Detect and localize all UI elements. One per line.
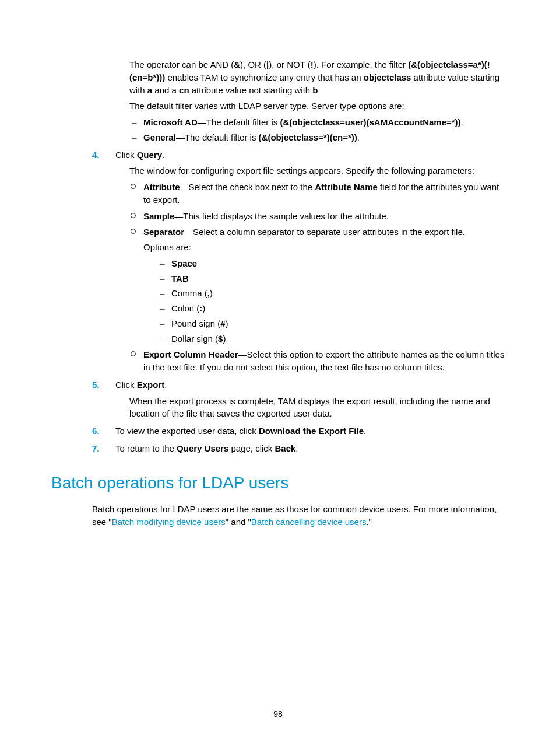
bold-ms-filter: (&(objectclass=user)(sAMAccountName=*)) <box>280 117 461 127</box>
param-separator: Separator—Select a column separator to s… <box>129 226 505 345</box>
text: ) <box>226 318 228 328</box>
bold-attribute: Attribute <box>143 182 180 192</box>
separator-dollar: Dollar sign ($) <box>157 332 505 345</box>
step-number: 4. <box>92 149 100 162</box>
separator-comma: Comma (,) <box>157 287 505 300</box>
options-label: Options are: <box>143 241 505 254</box>
filter-description: The operator can be AND (&), OR (|), or … <box>129 58 505 144</box>
text: ) <box>202 303 205 313</box>
text: . <box>461 117 463 127</box>
param-export-column-header: Export Column Header—Select this option … <box>129 348 505 374</box>
batch-operations-paragraph: Batch operations for LDAP users are the … <box>92 503 505 528</box>
link-batch-cancelling[interactable]: Batch cancelling device users <box>251 517 367 527</box>
separator-tab: TAB <box>157 272 505 285</box>
bold-general: General <box>143 132 176 142</box>
text: ), or NOT ( <box>269 60 310 69</box>
step-number: 7. <box>92 442 100 455</box>
bold-space: Space <box>171 258 197 268</box>
text: Click <box>115 380 137 390</box>
text: —This field displays the sample values f… <box>174 211 389 221</box>
text: Dollar sign ( <box>171 334 218 344</box>
bold-separator: Separator <box>143 227 184 237</box>
step-6: 6. To view the exported user data, click… <box>92 425 505 438</box>
step-7: 7. To return to the Query Users page, cl… <box>92 442 505 455</box>
text: To view the exported user data, click <box>115 426 259 436</box>
bold-a: a <box>147 85 152 95</box>
text: ) <box>223 334 226 344</box>
server-type-microsoft-ad: Microsoft AD—The default filter is (&(ob… <box>129 116 505 129</box>
text: ), OR ( <box>240 60 266 69</box>
bold-amp: & <box>234 60 240 69</box>
text: page, click <box>228 443 275 453</box>
export-params-list: Attribute—Select the check box next to t… <box>129 181 505 374</box>
text: . <box>162 150 164 160</box>
step-4: 4. Click Query. The window for configuri… <box>92 149 505 374</box>
text: attribute value not starting with <box>189 85 313 95</box>
text: Colon ( <box>171 303 199 313</box>
step-5-description: When the export process is complete, TAM… <box>129 395 505 421</box>
bold-back: Back <box>275 443 296 453</box>
text: . <box>295 443 298 453</box>
page-number: 98 <box>0 708 556 720</box>
link-batch-modifying[interactable]: Batch modifying device users <box>112 517 226 527</box>
text: ) <box>210 288 213 298</box>
bold-export: Export <box>137 380 165 390</box>
step-number: 5. <box>92 379 100 391</box>
text: . <box>357 132 360 142</box>
text: " and " <box>226 517 251 527</box>
separator-pound: Pound sign (#) <box>157 317 505 330</box>
text: —Select the check box next to the <box>180 182 315 192</box>
page-content: The operator can be AND (&), OR (|), or … <box>0 0 556 528</box>
text: ." <box>366 517 372 527</box>
bold-b: b <box>312 85 318 95</box>
bold-query: Query <box>137 150 162 160</box>
bold-ms-ad: Microsoft AD <box>143 117 198 127</box>
bold-general-filter: (&(objectclass=*)(cn=*)) <box>259 132 357 142</box>
separator-space: Space <box>157 257 505 270</box>
text: —The default filter is <box>176 132 259 142</box>
bold-sample: Sample <box>143 211 174 221</box>
section-heading-batch-operations: Batch operations for LDAP users <box>51 471 505 495</box>
bold-attribute-name: Attribute Name <box>315 182 378 192</box>
param-sample: Sample—This field displays the sample va… <box>129 210 505 223</box>
bold-export-column-header: Export Column Header <box>143 349 238 359</box>
text: . <box>364 426 366 436</box>
text: enables TAM to synchronize any entry tha… <box>165 72 363 82</box>
default-filter-paragraph: The default filter varies with LDAP serv… <box>129 100 505 113</box>
server-type-list: Microsoft AD—The default filter is (&(ob… <box>129 116 505 144</box>
bold-cn: cn <box>179 85 189 95</box>
text: ). For example, the filter <box>314 60 409 69</box>
text: To return to the <box>115 443 177 453</box>
text: Comma ( <box>171 288 207 298</box>
server-type-general: General—The default filter is (&(objectc… <box>129 131 505 144</box>
step-4-description: The window for configuring export file s… <box>129 164 505 177</box>
step-5: 5. Click Export. When the export process… <box>92 379 505 420</box>
text: —Select a column separator to separate u… <box>184 227 465 237</box>
text: The operator can be AND ( <box>129 60 234 69</box>
separator-colon: Colon (:) <box>157 302 505 315</box>
bold-pound: # <box>220 318 225 328</box>
section-body: Batch operations for LDAP users are the … <box>92 503 505 528</box>
param-attribute: Attribute—Select the check box next to t… <box>129 181 505 206</box>
separator-options-list: Space TAB Comma (,) Colon (:) Pound sign… <box>157 257 505 345</box>
text: Pound sign ( <box>171 318 220 328</box>
step-number: 6. <box>92 425 100 438</box>
text: . <box>164 380 167 390</box>
filter-operator-paragraph: The operator can be AND (&), OR (|), or … <box>129 58 505 96</box>
text: Click <box>115 150 137 160</box>
text: and a <box>152 85 179 95</box>
step-list: 4. Click Query. The window for configuri… <box>51 149 505 455</box>
bold-query-users: Query Users <box>177 443 228 453</box>
bold-tab: TAB <box>171 274 189 284</box>
bold-download-export-file: Download the Export File <box>259 426 364 436</box>
text: —The default filter is <box>198 117 280 127</box>
bold-objectclass: objectclass <box>364 72 411 82</box>
